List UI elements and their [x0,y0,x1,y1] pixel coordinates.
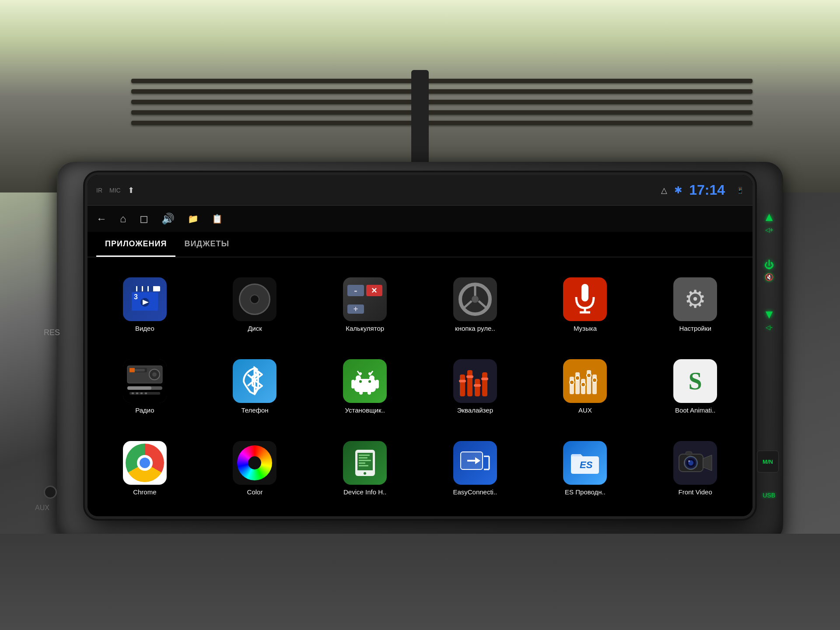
app-aux-label: AUX [578,406,592,414]
svg-rect-51 [466,375,473,378]
app-chrome[interactable]: Chrome [92,430,198,508]
app-radio-label: Радио [135,406,154,414]
back-button[interactable]: ← [96,213,107,225]
svg-point-10 [472,296,479,303]
svg-text:3: 3 [134,293,138,301]
calc-icon: - × + [343,277,387,321]
app-installer-label: Установщик.. [345,406,385,414]
vol-down-label: ◁- [766,324,773,331]
svg-rect-1 [132,286,136,291]
app-calc[interactable]: - × + Калькулятор [312,266,418,343]
sd-icon: 📱 [736,187,744,194]
aux-label: AUX [35,504,49,512]
app-frontvideo[interactable]: Front Video [642,430,748,508]
disk-icon [233,277,276,321]
eject-icon: △ [661,186,667,195]
app-phone[interactable]: Телефон [202,348,308,425]
app-es-label: ES Проводн.. [565,488,606,496]
svg-rect-70 [359,462,365,464]
app-steering[interactable]: кнопка руле.. [422,266,528,343]
app-frontvideo-label: Front Video [679,488,712,496]
app-color-label: Color [247,488,263,496]
recents-button[interactable]: ◻ [140,213,148,225]
svg-text:ES: ES [580,459,593,470]
boot-icon: S [673,359,717,403]
usb-label: USB [763,492,775,499]
vol-down-button[interactable]: ▼ [763,308,775,322]
vent-slat [131,110,752,115]
home-button[interactable]: ⌂ [120,213,126,225]
svg-rect-67 [359,455,370,456]
video-icon: 3 [123,277,167,321]
android-screen: IR MIC ⬆ △ ✱ 17:14 📱 ← ⌂ ◻ 🔊 📁 📋 ПРИЛОЖЕ… [88,175,752,516]
vol-up-button[interactable]: ▲ [763,210,775,224]
svg-point-63 [592,378,597,382]
app-installer[interactable]: Установщик.. [312,348,418,425]
radio-icon [123,359,167,403]
app-deviceinfo[interactable]: Device Info H.. [312,430,418,508]
vent-slat [131,89,752,94]
vent-slat [131,100,752,104]
app-disk[interactable]: Диск [202,266,308,343]
svg-point-66 [364,472,366,475]
app-music-label: Музыка [574,325,597,332]
app-easyconn[interactable]: EasyConnecti.. [422,430,528,508]
svg-point-62 [587,373,591,378]
app-settings[interactable]: ⚙ Настройки [642,266,748,343]
app-boot[interactable]: S Boot Animati.. [642,348,748,425]
volume-icon[interactable]: 🔊 [161,213,175,225]
mn-button[interactable]: M/N [757,451,779,472]
tab-apps[interactable]: ПРИЛОЖЕНИЯ [96,232,175,257]
steering-icon [453,277,497,321]
mute-icon[interactable]: 🔇 [765,273,774,281]
app-eq[interactable]: Эквалайзер [422,348,528,425]
app-aux[interactable]: AUX [532,348,638,425]
phone-icon [233,359,276,403]
tab-widgets[interactable]: ВИДЖЕТЫ [175,232,238,257]
svg-point-59 [570,380,574,385]
svg-point-23 [152,372,157,377]
app-calc-label: Калькулятор [346,325,384,332]
app-chrome-label: Chrome [133,488,156,496]
svg-rect-3 [143,286,147,291]
deviceinfo-icon [343,441,387,485]
svg-rect-27 [132,392,134,394]
app-color[interactable]: Color [202,430,308,508]
app-steering-label: кнопка руле.. [455,325,495,332]
app-es[interactable]: ES ES Проводн.. [532,430,638,508]
svg-rect-41 [375,380,379,388]
es-icon: ES [563,441,607,485]
app-disk-label: Диск [248,325,262,332]
svg-rect-71 [359,465,368,466]
vent-slat [131,121,752,125]
svg-point-84 [688,460,690,462]
svg-rect-52 [474,384,481,387]
app-radio[interactable]: Радио [92,348,198,425]
settings-icon: ⚙ [673,277,717,321]
color-icon [233,441,276,485]
bluetooth-status-icon: ✱ [674,185,682,196]
vent-slat [131,79,752,83]
screen-bezel: IR MIC ⬆ △ ✱ 17:14 📱 ← ⌂ ◻ 🔊 📁 📋 ПРИЛОЖЕ… [88,175,752,516]
list-icon[interactable]: 📋 [212,214,223,224]
svg-rect-29 [140,392,143,394]
svg-rect-86 [686,452,692,455]
svg-rect-49 [482,372,487,396]
svg-line-12 [464,301,472,308]
clock-display: 17:14 [689,182,725,198]
easyconn-icon [453,441,497,485]
aux-port[interactable] [44,486,57,499]
svg-rect-54 [570,377,574,394]
vent-slats [131,79,752,158]
app-easyconn-label: EasyConnecti.. [453,488,497,496]
power-icon[interactable]: ⏻ [764,259,774,271]
ir-icon: IR [96,187,102,194]
svg-line-34 [248,380,255,386]
svg-rect-53 [481,378,488,380]
folder-icon[interactable]: 📁 [188,214,199,224]
svg-line-33 [248,374,255,380]
app-video[interactable]: 3 Видео [92,266,198,343]
mic-icon: MIC [109,187,121,194]
app-music[interactable]: Музыка [532,266,638,343]
chrome-icon [123,441,167,485]
